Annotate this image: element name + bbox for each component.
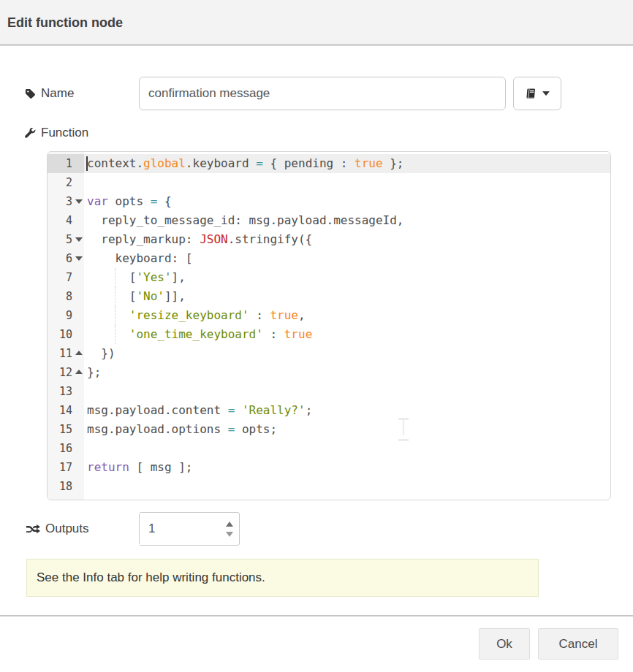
text-caret xyxy=(86,156,88,171)
gutter-line-number[interactable]: 10 xyxy=(48,325,84,344)
shuffle-icon xyxy=(26,524,40,535)
caret-down-icon xyxy=(542,91,550,96)
code-line[interactable]: }; xyxy=(84,363,610,382)
fold-close-icon[interactable] xyxy=(75,370,83,374)
gutter-line-number[interactable]: 18 xyxy=(48,477,84,496)
gutter-line-number[interactable]: 11 xyxy=(48,344,84,363)
function-code-editor[interactable]: 123456789101112131415161718 context.glob… xyxy=(47,151,611,500)
gutter-line-number[interactable]: 15 xyxy=(48,420,84,439)
code-line[interactable]: msg.payload.content = 'Really?'; xyxy=(84,401,610,420)
spinner-down-icon[interactable] xyxy=(226,532,233,537)
outputs-label: Outputs xyxy=(45,522,89,536)
footer-divider xyxy=(0,615,633,616)
library-button[interactable] xyxy=(513,77,561,110)
gutter-line-number[interactable]: 5 xyxy=(48,230,84,249)
code-line[interactable]: reply_to_message_id: msg.payload.message… xyxy=(84,211,610,230)
gutter-line-number[interactable]: 1 xyxy=(48,154,84,173)
dialog-header: Edit function node xyxy=(0,0,633,45)
fold-close-icon[interactable] xyxy=(75,351,83,355)
gutter-line-number[interactable]: 16 xyxy=(48,439,84,458)
code-line[interactable]: ['No']], xyxy=(84,287,610,306)
outputs-spinner xyxy=(139,512,240,546)
code-line[interactable]: 'one_time_keyboard' : true xyxy=(84,325,610,344)
name-label: Name xyxy=(41,86,74,101)
code-line[interactable]: return [ msg ]; xyxy=(84,458,610,477)
outputs-label-row: Outputs xyxy=(26,512,89,546)
fold-open-icon[interactable] xyxy=(75,199,83,204)
cancel-button[interactable]: Cancel xyxy=(538,628,618,660)
code-line[interactable]: context.global.keyboard = { pending : tr… xyxy=(84,154,610,173)
indent-guide xyxy=(115,287,115,306)
mouse-ibeam-cursor xyxy=(398,418,409,437)
name-label-row: Name xyxy=(25,77,74,110)
gutter-line-number[interactable]: 17 xyxy=(48,458,84,477)
outputs-input[interactable] xyxy=(140,513,213,545)
function-label: Function xyxy=(41,126,88,140)
tag-icon xyxy=(25,88,36,99)
gutter-line-number[interactable]: 8 xyxy=(48,287,84,306)
code-line[interactable]: keyboard: [ xyxy=(84,249,610,268)
gutter-line-number[interactable]: 6 xyxy=(48,249,84,268)
info-tip-text: See the Info tab for help writing functi… xyxy=(37,570,265,585)
info-tip-box: See the Info tab for help writing functi… xyxy=(26,559,539,597)
indent-guide xyxy=(115,306,115,325)
gutter-line-number[interactable]: 14 xyxy=(48,401,84,420)
gutter-line-number[interactable]: 9 xyxy=(48,306,84,325)
gutter-line-number[interactable]: 4 xyxy=(48,211,84,230)
editor-gutter[interactable]: 123456789101112131415161718 xyxy=(48,152,84,500)
indent-guide xyxy=(115,325,115,344)
fold-open-icon[interactable] xyxy=(75,237,83,242)
fold-open-icon[interactable] xyxy=(75,256,83,261)
code-line[interactable]: ['Yes'], xyxy=(84,268,610,287)
code-line[interactable] xyxy=(84,439,610,458)
edit-function-dialog: Edit function node Name xyxy=(0,0,633,672)
code-line[interactable]: }) xyxy=(84,344,610,363)
dialog-title: Edit function node xyxy=(7,0,123,45)
gutter-line-number[interactable]: 3 xyxy=(48,192,84,211)
editor-code[interactable]: context.global.keyboard = { pending : tr… xyxy=(84,152,610,500)
ok-button[interactable]: Ok xyxy=(479,628,530,660)
gutter-line-number[interactable]: 7 xyxy=(48,268,84,287)
gutter-line-number[interactable]: 12 xyxy=(48,363,84,382)
code-line[interactable] xyxy=(84,382,610,401)
gutter-line-number[interactable]: 13 xyxy=(48,382,84,401)
wrench-icon xyxy=(25,128,36,139)
indent-guide xyxy=(115,268,115,287)
gutter-line-number[interactable]: 2 xyxy=(48,173,84,192)
code-line[interactable]: 'resize_keyboard' : true, xyxy=(84,306,610,325)
code-line[interactable] xyxy=(84,173,610,192)
code-line[interactable]: reply_markup: JSON.stringify({ xyxy=(84,230,610,249)
spinner-up-icon[interactable] xyxy=(226,522,233,527)
name-input[interactable] xyxy=(139,77,506,110)
book-icon xyxy=(525,88,537,99)
code-line[interactable]: msg.payload.options = opts; xyxy=(84,420,610,439)
function-label-row: Function xyxy=(25,124,88,142)
code-line[interactable] xyxy=(84,477,610,496)
code-line[interactable]: var opts = { xyxy=(84,192,610,211)
